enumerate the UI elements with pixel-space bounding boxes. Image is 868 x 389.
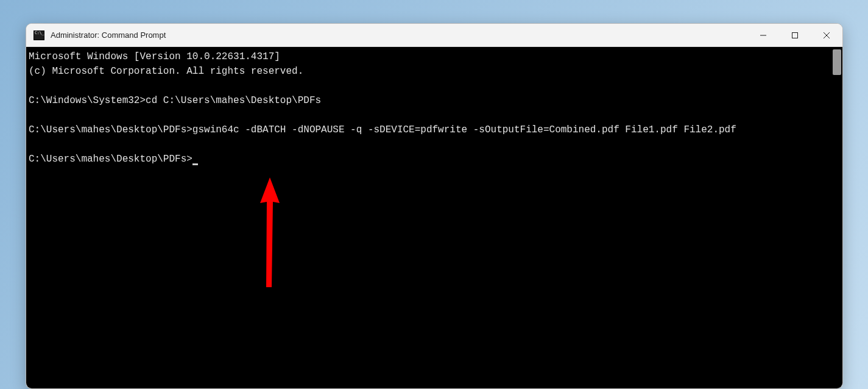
terminal-prompt: C:\Windows\System32> xyxy=(29,95,146,106)
svg-rect-1 xyxy=(792,32,798,38)
minimize-button[interactable] xyxy=(747,24,779,46)
minimize-icon xyxy=(760,32,767,39)
terminal-command: cd C:\Users\mahes\Desktop\PDFs xyxy=(146,95,321,106)
terminal-prompt: C:\Users\mahes\Desktop\PDFs> xyxy=(29,124,192,135)
maximize-button[interactable] xyxy=(779,24,811,46)
window-title: Administrator: Command Prompt xyxy=(51,30,747,40)
terminal-command: gswin64c -dBATCH -dNOPAUSE -q -sDEVICE=p… xyxy=(192,124,736,135)
terminal-line: Microsoft Windows [Version 10.0.22631.43… xyxy=(29,51,280,62)
terminal-output[interactable]: Microsoft Windows [Version 10.0.22631.43… xyxy=(26,47,842,388)
terminal-line: (c) Microsoft Corporation. All rights re… xyxy=(29,66,303,77)
titlebar[interactable]: Administrator: Command Prompt xyxy=(26,24,842,47)
terminal-prompt: C:\Users\mahes\Desktop\PDFs> xyxy=(29,154,192,165)
close-icon xyxy=(823,32,830,39)
cursor xyxy=(192,163,198,165)
close-button[interactable] xyxy=(811,24,842,46)
maximize-icon xyxy=(791,32,799,39)
window-controls xyxy=(747,24,842,46)
red-arrow-annotation xyxy=(258,177,282,293)
command-prompt-window: Administrator: Command Prompt Microsoft … xyxy=(26,23,843,389)
scrollbar-thumb[interactable] xyxy=(833,49,841,75)
cmd-icon xyxy=(34,30,44,40)
